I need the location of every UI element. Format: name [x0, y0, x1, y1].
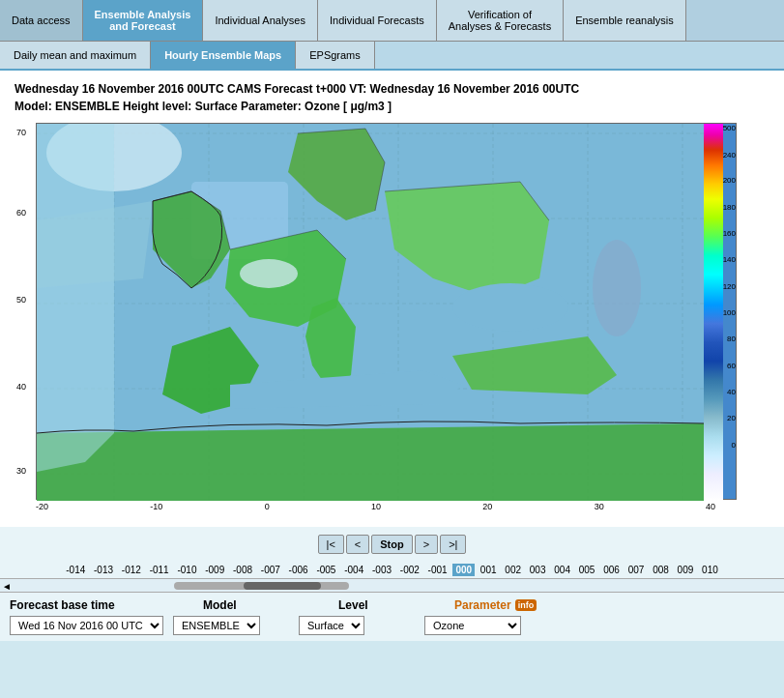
navigation-buttons: |< < Stop > >| — [318, 535, 467, 554]
sub-tab-hourly[interactable]: Hourly Ensemble Maps — [151, 42, 296, 69]
timeline-item[interactable]: -005 — [313, 564, 338, 576]
timeline-item[interactable]: 010 — [699, 564, 721, 576]
timeline-item[interactable]: 005 — [576, 564, 598, 576]
color-scale: 500 240 200 180 160 140 120 100 80 60 40… — [702, 124, 736, 501]
scale-100: 100 — [723, 308, 736, 317]
scale-140: 140 — [723, 255, 736, 264]
timeline-item-current[interactable]: 000 — [452, 564, 475, 576]
prev-button[interactable]: < — [346, 535, 369, 554]
map-container: 500 240 200 180 160 140 120 100 80 60 40… — [36, 123, 737, 500]
sub-tab-daily[interactable]: Daily mean and maximum — [0, 42, 151, 69]
level-select[interactable]: Surface — [299, 616, 364, 635]
timeline-item[interactable]: -009 — [202, 564, 227, 576]
top-navigation: Data access Ensemble Analysisand Forecas… — [0, 0, 784, 42]
y-label-70: 70 — [16, 128, 26, 137]
x-label-20: 20 — [482, 502, 492, 511]
sub-navigation: Daily mean and maximum Hourly Ensemble M… — [0, 42, 784, 71]
scrollbar-track[interactable] — [174, 582, 349, 590]
scale-120: 120 — [723, 282, 736, 291]
sub-tab-epsgrams[interactable]: EPSgrams — [296, 42, 375, 69]
forecast-title: Wednesday 16 November 2016 00UTC CAMS Fo… — [15, 80, 769, 115]
scrollbar-area: ◄ — [0, 578, 784, 592]
y-label-40: 40 — [16, 382, 26, 392]
timeline-item[interactable]: -012 — [119, 564, 144, 576]
x-label-30: 30 — [595, 502, 604, 511]
x-label-40: 40 — [706, 502, 715, 511]
scale-0: 0 — [732, 441, 736, 450]
model-header: Model — [203, 598, 300, 612]
timeline-strip: -014 -013 -012 -011 -010 -009 -008 -007 … — [0, 562, 784, 578]
timeline-item[interactable]: 002 — [502, 564, 524, 576]
tab-ensemble[interactable]: Ensemble Analysisand Forecast — [83, 0, 204, 41]
svg-point-17 — [240, 259, 298, 288]
y-label-50: 50 — [16, 295, 26, 305]
scale-80: 80 — [727, 334, 736, 343]
info-badge[interactable]: info — [515, 599, 537, 611]
level-header: Level — [338, 598, 416, 612]
tab-data-access[interactable]: Data access — [0, 0, 83, 41]
timeline-item[interactable]: -007 — [258, 564, 283, 576]
parameter-group: Ozone — [424, 616, 540, 635]
scale-500: 500 — [723, 124, 736, 132]
timeline-item[interactable]: -011 — [147, 564, 172, 576]
timeline-item[interactable]: 008 — [650, 564, 672, 576]
timeline-item[interactable]: 004 — [551, 564, 573, 576]
controls-area: |< < Stop > >| — [0, 527, 784, 562]
timeline-item[interactable]: 001 — [478, 564, 500, 576]
forecast-title-line2: Model: ENSEMBLE Height level: Surface Pa… — [15, 98, 769, 115]
timeline-item[interactable]: -010 — [174, 564, 199, 576]
tab-individual-analyses[interactable]: Individual Analyses — [203, 0, 318, 41]
scale-20: 20 — [727, 414, 736, 422]
forecast-base-time-group: Wed 16 Nov 2016 00 UTC — [10, 616, 163, 635]
forecast-base-time-header: Forecast base time — [10, 598, 164, 612]
control-selects-row: Wed 16 Nov 2016 00 UTC ENSEMBLE Surface … — [10, 616, 774, 635]
scale-160: 160 — [723, 229, 736, 238]
scale-40: 40 — [727, 388, 736, 396]
parameter-header: Parameter info — [454, 598, 570, 612]
timeline-item[interactable]: 006 — [600, 564, 623, 576]
timeline-item[interactable]: -002 — [397, 564, 422, 576]
x-label--20: -20 — [36, 502, 48, 511]
timeline-item[interactable]: -014 — [63, 564, 88, 576]
scale-240: 240 — [723, 151, 736, 160]
x-label-0: 0 — [265, 502, 270, 511]
scale-200: 200 — [723, 176, 736, 185]
last-button[interactable]: >| — [440, 535, 466, 554]
timeline-item[interactable]: -003 — [369, 564, 394, 576]
svg-point-16 — [593, 240, 641, 336]
level-group: Surface — [299, 616, 415, 635]
timeline-item[interactable]: -008 — [230, 564, 255, 576]
timeline-item[interactable]: -004 — [341, 564, 366, 576]
timeline-item[interactable]: -006 — [286, 564, 311, 576]
timeline-item[interactable]: -013 — [91, 564, 116, 576]
map-svg — [37, 124, 704, 501]
bottom-controls: Forecast base time Model Level Parameter… — [0, 592, 784, 641]
svg-point-15 — [452, 283, 568, 332]
x-axis-labels: -20 -10 0 10 20 30 40 — [15, 500, 715, 511]
scale-180: 180 — [723, 203, 736, 212]
x-label--10: -10 — [150, 502, 162, 511]
y-label-60: 60 — [16, 208, 26, 218]
next-button[interactable]: > — [415, 535, 438, 554]
timeline-item[interactable]: 003 — [527, 564, 549, 576]
scroll-left-arrow[interactable]: ◄ — [2, 581, 12, 592]
model-select[interactable]: ENSEMBLE — [173, 616, 260, 635]
scrollbar-thumb[interactable] — [244, 582, 321, 590]
stop-button[interactable]: Stop — [371, 535, 412, 554]
model-group: ENSEMBLE — [173, 616, 289, 635]
forecast-title-line1: Wednesday 16 November 2016 00UTC CAMS Fo… — [15, 80, 769, 98]
timeline-item[interactable]: 009 — [675, 564, 697, 576]
forecast-base-time-select[interactable]: Wed 16 Nov 2016 00 UTC — [10, 616, 163, 635]
control-headers: Forecast base time Model Level Parameter… — [10, 598, 774, 616]
tab-individual-forecasts[interactable]: Individual Forecasts — [318, 0, 437, 41]
timeline-item[interactable]: 007 — [625, 564, 648, 576]
tab-ensemble-reanalysis[interactable]: Ensemble reanalysis — [564, 0, 686, 41]
y-label-30: 30 — [16, 466, 26, 476]
main-content: Wednesday 16 November 2016 00UTC CAMS Fo… — [0, 71, 784, 527]
scale-60: 60 — [727, 362, 736, 370]
tab-verification[interactable]: Verification ofAnalyses & Forecasts — [437, 0, 564, 41]
timeline-item[interactable]: -001 — [425, 564, 450, 576]
parameter-select[interactable]: Ozone — [424, 616, 521, 635]
first-button[interactable]: |< — [318, 535, 344, 554]
x-label-10: 10 — [371, 502, 381, 511]
